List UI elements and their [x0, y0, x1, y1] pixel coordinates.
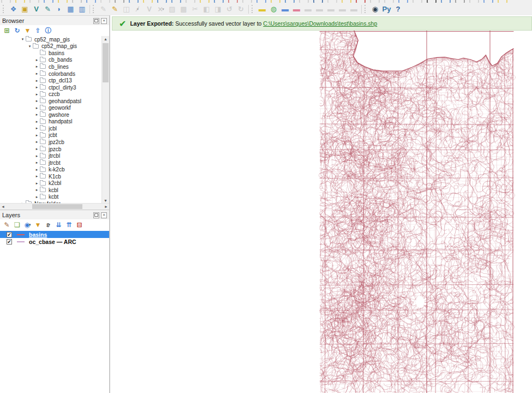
- collapse-arrow-icon[interactable]: ▾: [20, 37, 26, 41]
- expand-arrow-icon[interactable]: ▸: [34, 133, 40, 138]
- expand-arrow-icon[interactable]: ▸: [34, 181, 40, 186]
- tree-item-czcb[interactable]: ▸czcb: [0, 91, 102, 98]
- tree-item-handpatsl[interactable]: ▸handpatsl: [0, 118, 102, 126]
- tree-item-k1cb[interactable]: ▸K1cb: [0, 173, 102, 180]
- add-feature-dropdown-icon[interactable]: ▾: [137, 7, 139, 11]
- tree-item-basins[interactable]: basins: [0, 50, 102, 57]
- expand-all-icon[interactable]: ⇊: [53, 220, 64, 230]
- rotate-label-icon[interactable]: ▬: [325, 4, 337, 15]
- filter-browser-icon[interactable]: ▼: [22, 26, 33, 35]
- expand-arrow-icon[interactable]: ▸: [34, 126, 40, 130]
- save-layer-edits-icon[interactable]: ◫: [121, 4, 132, 15]
- new-shapefile-layer-icon[interactable]: V: [31, 4, 42, 15]
- diagram-tools-icon[interactable]: ▬: [348, 4, 360, 15]
- tree-item-k-k2cb[interactable]: ▸k-k2cb: [0, 166, 102, 173]
- add-feature-icon[interactable]: ∕▾: [132, 4, 144, 15]
- expand-arrow-icon[interactable]: ▸: [34, 106, 40, 110]
- toolbar-handle[interactable]: [252, 5, 255, 13]
- expand-arrow-icon[interactable]: ▸: [34, 174, 40, 178]
- change-label-properties-icon[interactable]: ▬: [337, 4, 348, 15]
- vertex-tool-current-layer-dropdown-icon[interactable]: ▾: [162, 7, 164, 11]
- scroll-right-icon[interactable]: ►: [103, 205, 109, 209]
- remove-layer-icon[interactable]: ⊟: [74, 220, 85, 230]
- metasearch-icon[interactable]: ◉: [369, 4, 381, 15]
- expand-arrow-icon[interactable]: ▸: [34, 168, 40, 172]
- expand-arrow-icon[interactable]: ▸: [34, 154, 40, 158]
- toolbar-handle[interactable]: [93, 5, 96, 13]
- scroll-left-icon[interactable]: ◄: [0, 205, 6, 209]
- expand-arrow-icon[interactable]: ▸: [34, 188, 40, 192]
- toolbar-handle[interactable]: [3, 5, 6, 13]
- expand-arrow-icon[interactable]: ▸: [34, 85, 40, 90]
- python-console-icon[interactable]: Py: [381, 4, 392, 15]
- layer-diagram-options-icon[interactable]: ◍: [268, 4, 279, 15]
- collapse-arrow-icon[interactable]: ▾: [27, 44, 33, 49]
- add-group-icon[interactable]: ❏: [12, 220, 22, 230]
- new-mesh-layer-icon[interactable]: ▦: [65, 4, 76, 15]
- refresh-icon[interactable]: ↻: [12, 26, 22, 35]
- paste-features-icon[interactable]: ◨: [212, 4, 224, 15]
- add-selected-layers-icon[interactable]: ⊞: [2, 26, 12, 35]
- tree-item-geoworkf[interactable]: ▸geoworkf: [0, 104, 102, 111]
- toggle-editing-icon[interactable]: ✎: [109, 4, 121, 15]
- tree-item-kcbl[interactable]: ▸kcbl: [0, 187, 102, 194]
- redo-icon[interactable]: ↻: [235, 4, 247, 15]
- highlight-pinned-labels-icon[interactable]: ▬: [279, 4, 291, 15]
- help-icon[interactable]: ?: [392, 4, 404, 15]
- tree-item-kcbt[interactable]: ▸kcbt: [0, 194, 102, 201]
- pin-unpin-labels-icon[interactable]: ▬: [291, 4, 302, 15]
- tree-item-k2cbl[interactable]: ▸k2cbl: [0, 180, 102, 187]
- delete-selected-icon[interactable]: ▩: [178, 4, 189, 15]
- tree-item-cp52-map-gis[interactable]: ▾cp52_map_gis: [0, 36, 102, 43]
- expand-arrow-icon[interactable]: ▸: [34, 64, 40, 69]
- collapse-all-icon[interactable]: ⇧: [33, 26, 43, 35]
- move-label-icon[interactable]: ▬: [314, 4, 325, 15]
- exported-path-link[interactable]: C:\Users\sarques\Downloads\test\basins.s…: [263, 20, 377, 27]
- horizontal-scroll-thumb[interactable]: [32, 204, 82, 209]
- expand-arrow-icon[interactable]: ▸: [34, 99, 40, 103]
- new-temporary-scratch-layer-icon[interactable]: ◗: [53, 4, 65, 15]
- tree-item-colorbands[interactable]: ▸colorbands: [0, 70, 102, 78]
- expand-arrow-icon[interactable]: ▸: [34, 120, 40, 124]
- current-edits-icon[interactable]: ✎: [98, 4, 109, 15]
- manage-map-themes-icon[interactable]: ◉▾: [22, 220, 33, 230]
- tree-item-jtrcbt[interactable]: ▸jtrcbt: [0, 159, 102, 166]
- toolbar-handle[interactable]: [364, 5, 368, 13]
- tree-item-geohandpatsl[interactable]: ▸geohandpatsl: [0, 98, 102, 105]
- browser-horizontal-scrollbar[interactable]: ◄ ►: [0, 203, 109, 210]
- vertical-scroll-thumb[interactable]: [103, 43, 109, 82]
- new-spatialite-layer-icon[interactable]: ✎: [42, 4, 53, 15]
- browser-vertical-scrollbar[interactable]: ▲ ▼: [101, 36, 109, 204]
- expand-arrow-icon[interactable]: ▸: [34, 160, 40, 165]
- expand-arrow-icon[interactable]: ▸: [34, 58, 40, 62]
- show-hide-labels-icon[interactable]: ▬: [302, 4, 314, 15]
- layer-labeling-options-icon[interactable]: ▬: [256, 4, 268, 15]
- vertex-tool-icon[interactable]: V: [144, 4, 155, 15]
- add-layer-icon[interactable]: ❖: [8, 4, 19, 15]
- new-virtual-layer-icon[interactable]: ▥: [76, 4, 88, 15]
- vertex-tool-current-layer-icon[interactable]: ⨯▾: [155, 4, 166, 15]
- browser-float-button[interactable]: [93, 18, 99, 24]
- cut-features-icon[interactable]: ✂: [189, 4, 201, 15]
- expand-arrow-icon[interactable]: ▸: [34, 112, 40, 117]
- tree-item-cb-lines[interactable]: ▸cb_lines: [0, 63, 102, 70]
- tree-item-jcbt[interactable]: ▸jcbt: [0, 132, 102, 139]
- expand-arrow-icon[interactable]: ▸: [34, 72, 40, 76]
- layers-float-button[interactable]: [93, 212, 99, 218]
- tree-item-jtrcbl[interactable]: ▸jtrcbl: [0, 152, 102, 159]
- expand-arrow-icon[interactable]: ▸: [34, 92, 40, 97]
- expand-arrow-icon[interactable]: ▸: [34, 147, 40, 151]
- new-geopackage-layer-icon[interactable]: ▣: [19, 4, 31, 15]
- tree-item-ctp-dcl13[interactable]: ▸ctp_dcl13: [0, 77, 102, 84]
- open-layer-styling-panel-icon[interactable]: ✎: [2, 220, 12, 230]
- scroll-up-icon[interactable]: ▲: [102, 36, 109, 42]
- manage-map-themes-dropdown-icon[interactable]: ▾: [29, 223, 31, 227]
- expand-arrow-icon[interactable]: ▸: [34, 79, 40, 83]
- layer-visibility-checkbox[interactable]: ✔: [7, 239, 12, 245]
- copy-features-icon[interactable]: ◧: [201, 4, 212, 15]
- tree-item-jpz2cb[interactable]: ▸jpz2cb: [0, 139, 102, 146]
- modify-attributes-icon[interactable]: ▨: [166, 4, 178, 15]
- layers-close-button[interactable]: ×: [101, 212, 107, 218]
- collapse-all-layers-icon[interactable]: ⇈: [64, 220, 74, 230]
- filter-legend-icon[interactable]: ▼: [33, 220, 43, 230]
